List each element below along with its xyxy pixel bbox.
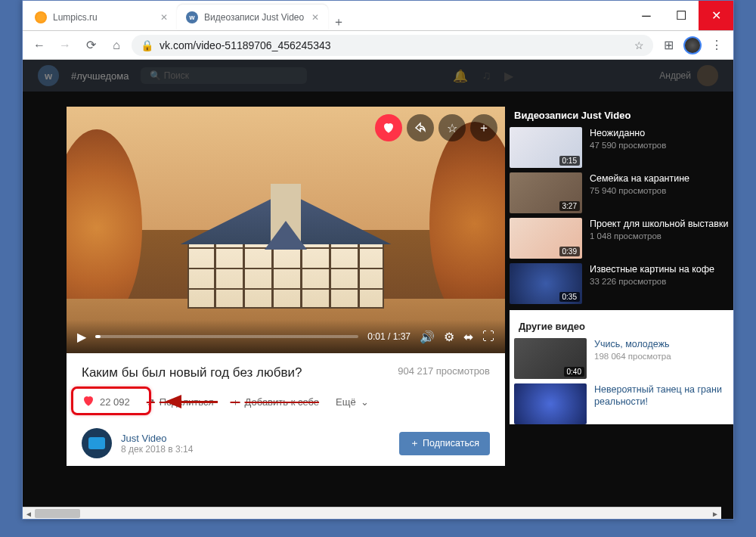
- favicon-vk: w: [186, 11, 198, 23]
- plus-icon: ＋: [231, 396, 240, 409]
- vk-header-icons: 🔔 ♫ ▶: [319, 69, 647, 83]
- chevron-down-icon: ⌄: [361, 396, 369, 408]
- author-avatar[interactable]: [82, 428, 112, 458]
- video-scene: [67, 107, 505, 353]
- tab-title: Видеозаписи Just Video: [204, 12, 305, 23]
- close-tab-icon[interactable]: ✕: [160, 12, 168, 23]
- related-list: 0:15 Неожиданно47 590 просмотров 3:27 Се…: [510, 127, 733, 304]
- video-canvas[interactable]: ☆ ＋ ▶ 0:01 / 1:37 🔊 ⚙ ⬌ ⛶: [67, 107, 505, 353]
- vk-search-input[interactable]: 🔍 Поиск: [141, 67, 307, 84]
- page-content: w #лучшедома 🔍 Поиск 🔔 ♫ ▶ Андрей: [23, 60, 733, 519]
- back-button[interactable]: ←: [29, 35, 50, 56]
- tab-strip: Lumpics.ru ✕ w Видеозаписи Just Video ✕ …: [23, 1, 629, 30]
- like-button[interactable]: 22 092: [82, 394, 130, 410]
- lock-icon: 🔒: [141, 39, 153, 51]
- play-button[interactable]: ▶: [77, 330, 86, 344]
- related-item[interactable]: 0:39 Проект для школьной выставки1 048 п…: [510, 218, 733, 259]
- scroll-right-arrow[interactable]: ►: [709, 508, 721, 519]
- time-display: 0:01 / 1:37: [367, 331, 411, 342]
- home-button[interactable]: ⌂: [106, 35, 127, 56]
- vk-username: Андрей: [659, 70, 691, 81]
- wide-button[interactable]: ⬌: [463, 330, 473, 344]
- annotation-arrow: [165, 397, 218, 408]
- scroll-left-arrow[interactable]: ◄: [23, 508, 35, 519]
- extension-icon[interactable]: ⊞: [658, 35, 679, 56]
- music-icon[interactable]: ♫: [482, 69, 491, 83]
- vk-header: w #лучшедома 🔍 Поиск 🔔 ♫ ▶ Андрей: [23, 60, 733, 92]
- reload-button[interactable]: ⟳: [80, 35, 101, 56]
- close-tab-icon[interactable]: ✕: [311, 12, 319, 23]
- video-icon[interactable]: ▶: [504, 69, 513, 83]
- add-overlay-button[interactable]: ＋: [470, 114, 497, 141]
- thumb: 0:35: [510, 263, 582, 304]
- thumb: 0:39: [510, 218, 582, 259]
- sidebar-heading: Видеозаписи Just Video: [510, 107, 733, 127]
- other-videos-panel: Другие видео 0:40 Учись, молодежь198 064…: [510, 310, 733, 424]
- titlebar: Lumpics.ru ✕ w Видеозаписи Just Video ✕ …: [23, 1, 733, 31]
- vk-user-menu[interactable]: Андрей: [659, 65, 718, 86]
- video-player: ☆ ＋ ▶ 0:01 / 1:37 🔊 ⚙ ⬌ ⛶: [67, 107, 505, 353]
- video-controls: ▶ 0:01 / 1:37 🔊 ⚙ ⬌ ⛶: [67, 320, 505, 353]
- tab-lumpics[interactable]: Lumpics.ru ✕: [26, 5, 177, 30]
- menu-button[interactable]: ⋮: [706, 35, 727, 56]
- tab-vk-video[interactable]: w Видеозаписи Just Video ✕: [177, 5, 328, 30]
- horizontal-scrollbar[interactable]: ◄ ►: [23, 507, 721, 519]
- new-tab-button[interactable]: ＋: [328, 14, 349, 30]
- heart-icon: [82, 394, 95, 410]
- share-overlay-button[interactable]: [407, 114, 434, 141]
- video-action-overlay: ☆ ＋: [375, 114, 497, 141]
- view-count: 904 217 просмотров: [398, 365, 490, 377]
- bell-icon[interactable]: 🔔: [453, 69, 468, 83]
- author-row: Just Video 8 дек 2018 в 3:14 ＋ Подписать…: [82, 421, 490, 458]
- vk-hashtag[interactable]: #лучшедома: [71, 70, 129, 82]
- subscribe-button[interactable]: ＋ Подписаться: [399, 432, 490, 455]
- fullscreen-button[interactable]: ⛶: [482, 330, 494, 343]
- video-meta-panel: 904 217 просмотров Каким бы был новый го…: [67, 353, 505, 466]
- vk-logo-icon[interactable]: w: [38, 65, 59, 86]
- minimize-button[interactable]: ─: [629, 1, 664, 30]
- related-item[interactable]: 0:35 Известные картины на кофе33 226 про…: [510, 263, 733, 304]
- url-text: vk.com/video-51189706_456245343: [160, 39, 628, 51]
- favorite-overlay-button[interactable]: ☆: [438, 114, 466, 141]
- publish-date: 8 дек 2018 в 3:14: [121, 444, 193, 455]
- profile-avatar[interactable]: [683, 36, 702, 54]
- progress-bar[interactable]: [95, 335, 358, 338]
- other-heading: Другие видео: [514, 318, 732, 338]
- scrollbar-thumb[interactable]: [35, 509, 80, 518]
- browser-window: Lumpics.ru ✕ w Видеозаписи Just Video ✕ …: [22, 0, 734, 520]
- tab-title: Lumpics.ru: [53, 12, 154, 23]
- author-name[interactable]: Just Video: [121, 433, 193, 444]
- add-button[interactable]: ＋ Добавить к себе: [231, 396, 319, 409]
- related-item[interactable]: 3:27 Семейка на карантине75 940 просмотр…: [510, 172, 733, 213]
- volume-button[interactable]: 🔊: [420, 330, 435, 344]
- thumb: [514, 383, 587, 424]
- address-bar: ← → ⟳ ⌂ 🔒 vk.com/video-51189706_45624534…: [23, 31, 733, 60]
- forward-button[interactable]: →: [54, 35, 76, 56]
- favicon-lumpics: [35, 11, 47, 23]
- share-icon: ↗: [147, 396, 155, 408]
- other-item[interactable]: 0:40 Учись, молодежь198 064 просмотра: [514, 338, 732, 379]
- star-icon[interactable]: ☆: [634, 39, 644, 51]
- other-item[interactable]: Невероятный танец на грани реальности!: [514, 383, 732, 424]
- thumb: 3:27: [510, 172, 582, 213]
- video-actions: 22 092 ↗ Поделиться ＋ Добавить к себе Ещ…: [82, 394, 490, 410]
- window-controls: ─ ☐ ✕: [629, 1, 733, 30]
- more-button[interactable]: Ещё ⌄: [336, 396, 369, 408]
- like-count: 22 092: [100, 396, 130, 408]
- thumb: 0:15: [510, 127, 582, 168]
- settings-button[interactable]: ⚙: [444, 330, 454, 344]
- close-window-button[interactable]: ✕: [699, 1, 733, 30]
- maximize-button[interactable]: ☐: [664, 1, 699, 30]
- vk-avatar: [697, 65, 718, 86]
- url-field[interactable]: 🔒 vk.com/video-51189706_456245343 ☆: [132, 35, 653, 56]
- like-overlay-button[interactable]: [375, 114, 402, 141]
- thumb: 0:40: [514, 338, 587, 379]
- video-sidebar: Видеозаписи Just Video 0:15 Неожиданно47…: [510, 107, 733, 519]
- related-item[interactable]: 0:15 Неожиданно47 590 просмотров: [510, 127, 733, 168]
